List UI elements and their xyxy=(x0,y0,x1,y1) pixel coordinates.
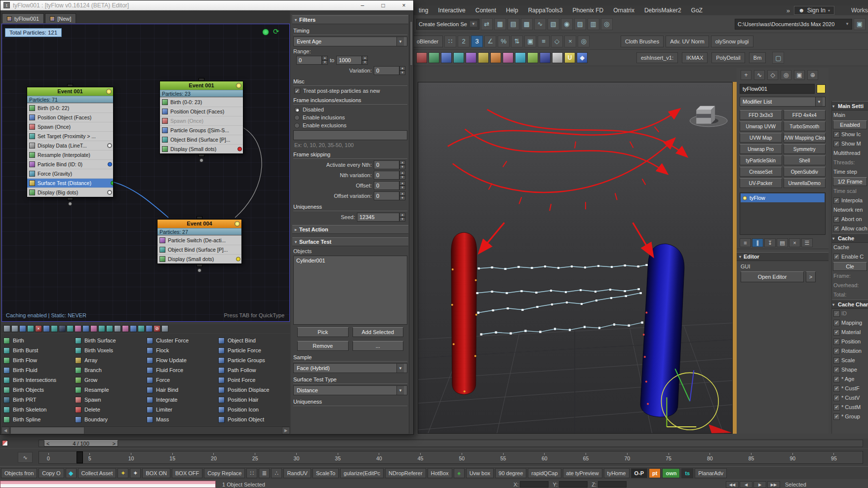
operator-output-dot[interactable] xyxy=(107,143,112,148)
scroll-thumb[interactable] xyxy=(10,427,84,434)
settings-item[interactable]: Enabled xyxy=(833,120,867,129)
project-path-field[interactable]: C:\Users\was\Documents\3ds Max 2020 ▼ xyxy=(735,19,852,30)
command-panel-tab-icon[interactable]: ∿ xyxy=(754,70,765,80)
operator-row[interactable]: Set Target (Proximity > ... xyxy=(27,131,113,141)
operator-row[interactable]: Display (Small dots) xyxy=(160,144,243,153)
menu-item[interactable]: DebrisMaker2 xyxy=(639,7,686,14)
maxscript-mini-listener[interactable] xyxy=(0,481,216,488)
settings-item[interactable]: Rotation xyxy=(832,346,868,356)
settings-item[interactable]: Total: xyxy=(832,290,868,300)
macro-button[interactable]: BOX OFF xyxy=(172,468,202,478)
depot-item[interactable]: Birth Flow xyxy=(3,355,75,365)
red-cylinder[interactable] xyxy=(451,232,477,394)
settings-item[interactable]: Position xyxy=(832,337,868,346)
viewport[interactable] xyxy=(418,82,733,434)
plugin-button[interactable]: olySnow plugi xyxy=(711,36,753,47)
modifier-button[interactable]: Unwrap UVW xyxy=(740,121,782,131)
selection-set-combo[interactable]: Create Selection Se ▼ xyxy=(416,19,479,30)
macro-button[interactable]: ∷ xyxy=(246,468,257,478)
disabled-radio[interactable]: Disabled xyxy=(294,107,406,113)
plugin-icon[interactable] xyxy=(441,52,452,63)
depot-item[interactable]: Boundary xyxy=(75,414,147,424)
modifier-stack[interactable]: tyFlow xyxy=(740,192,826,235)
depot-item[interactable]: Position Object xyxy=(218,414,290,424)
time-slider-track[interactable]: < 4 / 100 > xyxy=(39,440,863,447)
node-output-connector[interactable] xyxy=(199,158,203,162)
plugin-icon[interactable]: ◆ xyxy=(577,52,588,63)
operator-row[interactable]: Resample (Interpolate) xyxy=(27,150,113,159)
depot-item[interactable]: Flock xyxy=(147,345,218,355)
seed-spinner[interactable]: 12345▲▼ xyxy=(357,213,405,222)
flow-tab[interactable]: tyFlow001 xyxy=(2,13,44,23)
plugin-icon[interactable] xyxy=(453,52,464,63)
depot-item[interactable]: Mass xyxy=(147,414,218,424)
editor-tool-icon[interactable] xyxy=(161,325,168,332)
macro-button[interactable]: Uvw box xyxy=(466,468,494,478)
operator-depot[interactable]: BirthBirth BurstBirth FlowBirth FluidBir… xyxy=(1,334,290,426)
depot-hscrollbar[interactable]: ◀ ▶ xyxy=(1,426,290,434)
depot-item[interactable]: Spawn xyxy=(75,395,147,405)
plugin-button[interactable]: IKMAX xyxy=(682,52,708,63)
event-node-2[interactable]: Event 001 Particles: 23 Birth (0-0: 23) … xyxy=(159,81,243,154)
menu-item[interactable]: Ornatrix xyxy=(608,7,639,14)
depot-item[interactable]: Hair Bind xyxy=(147,385,218,395)
object-list-item[interactable]: Cylinder001 xyxy=(296,258,404,263)
settings-item[interactable]: Scale xyxy=(832,356,868,365)
plugin-icon[interactable] xyxy=(503,52,513,63)
event-header[interactable]: Event 001 xyxy=(27,87,113,96)
refresh-icon[interactable]: ⟳ xyxy=(273,27,279,36)
event-node-1[interactable]: Event 001 Particles: 71 Birth (0-0: 22) … xyxy=(27,87,114,197)
modifier-button[interactable]: OpenSubdiv xyxy=(784,167,826,177)
operator-row[interactable]: Particle Bind (ID: 0) xyxy=(27,159,113,169)
object-name-field[interactable]: tyFlow001 xyxy=(740,84,815,94)
add-selected-button[interactable]: Add Selected xyxy=(353,327,404,337)
snap-toggle-icon[interactable]: ⇅ xyxy=(511,36,523,47)
command-panel-tab-icon[interactable]: ⊕ xyxy=(807,70,818,80)
viewport-active-border[interactable] xyxy=(733,82,737,434)
macro-button[interactable]: Copy O xyxy=(39,468,64,478)
settings-item[interactable]: Cle xyxy=(833,262,867,271)
playback-button[interactable]: ◀ xyxy=(740,481,752,488)
snap-toggle-icon[interactable]: ◇ xyxy=(551,36,563,47)
menu-overflow-chevrons[interactable]: » xyxy=(783,7,794,14)
depot-item[interactable]: Birth Fluid xyxy=(3,365,75,375)
plugin-button[interactable]: eshInsert_v1: xyxy=(636,52,678,63)
macro-button[interactable]: NDropReferer xyxy=(385,468,426,478)
plugin-button[interactable]: Bm xyxy=(749,52,766,63)
depot-item[interactable]: Particle Force xyxy=(218,345,290,355)
depot-item[interactable]: Integrate xyxy=(147,395,218,405)
macro-button[interactable]: 90 degree xyxy=(495,468,527,478)
operator-row[interactable]: Object Bind (Surface [P]... xyxy=(160,135,243,144)
plugin-icon[interactable] xyxy=(515,52,526,63)
menu-item[interactable]: Content xyxy=(471,7,501,14)
snap-toggle-icon[interactable]: × xyxy=(564,36,576,47)
macro-button[interactable]: rapidQCap xyxy=(528,468,561,478)
sample-dropdown[interactable]: Face (Hybrid) ▼ xyxy=(293,363,407,373)
remove-button[interactable]: Remove xyxy=(297,341,349,351)
settings-item[interactable]: Cache xyxy=(832,243,868,252)
editor-tool-icon[interactable] xyxy=(106,325,113,332)
operator-row[interactable]: Particle Switch (De-acti... xyxy=(158,235,241,245)
menu-item[interactable]: Interactive xyxy=(433,7,470,14)
macro-button[interactable]: ScaleTo xyxy=(313,468,339,478)
editor-tool-icon[interactable] xyxy=(27,325,34,332)
settings-item[interactable]: Network ren xyxy=(832,205,868,215)
macro-button[interactable]: PlanarAdv xyxy=(695,468,727,478)
snap-toggle-icon[interactable]: ▣ xyxy=(524,36,536,47)
depot-item[interactable]: Flow Update xyxy=(147,355,218,365)
settings-item[interactable]: Frame: xyxy=(832,271,868,281)
node-output-connector[interactable] xyxy=(68,202,72,206)
coordinate-field[interactable]: Z: xyxy=(592,481,627,488)
plugin-icon[interactable]: U xyxy=(564,52,575,63)
plugin-icon[interactable] xyxy=(466,52,476,63)
editor-tool-icon[interactable] xyxy=(114,325,121,332)
settings-item[interactable]: Material xyxy=(832,328,868,337)
settings-item[interactable]: Multithread xyxy=(832,149,868,158)
settings-item[interactable]: Main xyxy=(832,111,868,120)
command-panel-tab-icon[interactable]: ▣ xyxy=(794,70,805,80)
snap-toggle-icon[interactable]: 3 xyxy=(471,36,483,47)
macro-button[interactable]: O-P xyxy=(631,468,648,478)
depot-item[interactable]: Position Displace xyxy=(218,385,290,395)
time-slider-handle[interactable]: < 4 / 100 > xyxy=(44,440,118,447)
menu-item[interactable]: GoZ xyxy=(686,7,708,14)
